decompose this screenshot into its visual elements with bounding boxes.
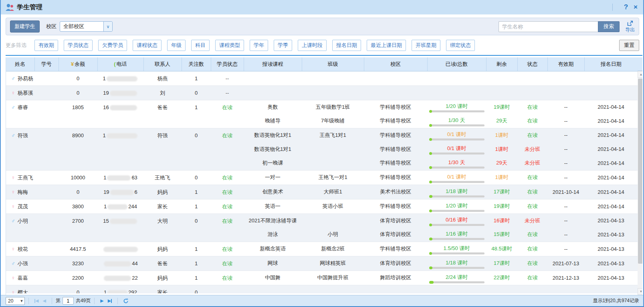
column-header-6[interactable]: 学员状态 bbox=[211, 57, 244, 71]
column-header-7[interactable]: 报读课程 bbox=[244, 57, 302, 71]
student-name-cell[interactable]: ♂小强 bbox=[6, 256, 34, 270]
export-button[interactable]: 导出 bbox=[625, 20, 635, 33]
remaining-cell: 17课时 bbox=[486, 256, 517, 270]
filter-button-6[interactable]: 课程类型 bbox=[215, 40, 244, 51]
refresh-icon[interactable] bbox=[123, 298, 129, 304]
filter-button-11[interactable]: 最近上课日期 bbox=[367, 40, 406, 51]
reset-button[interactable]: 重置 bbox=[619, 40, 639, 51]
filter-button-2[interactable]: 欠费学员 bbox=[98, 40, 127, 51]
class-cell: 王艳飞一对1 bbox=[302, 170, 364, 185]
search-button[interactable]: 搜索 bbox=[598, 21, 620, 32]
progress-cell: 0/16 课时 bbox=[427, 213, 486, 228]
phone-prefix: 16 bbox=[103, 104, 109, 110]
filter-button-4[interactable]: 年级 bbox=[167, 40, 186, 51]
filter-button-8[interactable]: 学季 bbox=[274, 40, 292, 51]
column-header-11[interactable]: 剩余 bbox=[486, 57, 517, 71]
vertical-scrollbar[interactable]: ▲ ▼ bbox=[638, 57, 642, 295]
campus-cell: 学科辅导校区 bbox=[364, 128, 427, 142]
table-row[interactable]: ♀校花4417.5妈妈1在读新概念英语新概念2班学科辅导校区1.5/50 课时4… bbox=[6, 242, 638, 256]
table-row[interactable]: ♀嘉嘉220022妈妈1在读中国舞中国舞提升班舞蹈培训校区2/24 课时22课时… bbox=[6, 270, 638, 285]
column-header-3[interactable]: (电话 bbox=[97, 57, 143, 71]
filter-button-12[interactable]: 开班星期 bbox=[412, 40, 440, 51]
reg-date-cell: 2021-04-13 bbox=[584, 256, 638, 270]
filter-button-0[interactable]: 有效期 bbox=[34, 40, 58, 51]
help-button[interactable]: ? bbox=[624, 3, 628, 11]
scroll-down-icon[interactable]: ▼ bbox=[638, 288, 642, 295]
student-name-cell[interactable]: ♀梅梅 bbox=[6, 185, 34, 199]
student-name-cell[interactable]: ♀校花 bbox=[6, 242, 34, 256]
student-name-cell[interactable]: ♂小明 bbox=[6, 213, 34, 242]
remaining-cell: 16课时 bbox=[486, 213, 517, 228]
new-student-button[interactable]: 新建学生 bbox=[10, 20, 40, 33]
scrollbar-track[interactable] bbox=[638, 78, 642, 288]
course-cell bbox=[244, 285, 302, 293]
scroll-up-icon[interactable]: ▲ bbox=[638, 71, 642, 78]
table-row[interactable]: ♂睿睿180516爸爸1在读奥数五年级数学1班学科辅导校区1/20 课时19课时… bbox=[6, 100, 638, 114]
column-header-4[interactable]: 联系人 bbox=[143, 57, 182, 71]
filter-button-7[interactable]: 学年 bbox=[250, 40, 268, 51]
table-row[interactable]: ♀王燕飞10000163王艳飞0在读一对一王艳飞一对1学科辅导校区0/1 课时1… bbox=[6, 170, 638, 185]
column-header-14[interactable]: 报名日期 bbox=[584, 57, 638, 71]
filter-button-5[interactable]: 科目 bbox=[191, 40, 210, 51]
table-row[interactable]: ♀杨慕溪019刘0-- bbox=[6, 85, 638, 100]
table-row[interactable]: ♂小强323044爸爸1在读网球网球精英班体育培训校区1/18 课时17课时在读… bbox=[6, 256, 638, 270]
follow-count-cell: 0 bbox=[182, 285, 211, 293]
filter-button-1[interactable]: 学员状态 bbox=[64, 40, 93, 51]
progress-text: 1/20 课时 bbox=[427, 103, 486, 110]
phone-blur bbox=[107, 290, 127, 293]
student-name-cell[interactable]: ♀茂茂 bbox=[6, 199, 34, 213]
close-button[interactable]: × bbox=[634, 3, 638, 11]
student-name: 符强 bbox=[18, 132, 28, 138]
table-row[interactable]: ♀梅梅0196妈妈1在读创意美术大师班1美术书法校区1/18 课时17课时在读2… bbox=[6, 185, 638, 199]
filter-button-3[interactable]: 课程状态 bbox=[133, 40, 162, 51]
first-page-button[interactable]: ◀ bbox=[34, 298, 38, 303]
class-cell: 中国舞提升班 bbox=[302, 270, 364, 285]
page-size-select[interactable]: 20 ▼ bbox=[6, 297, 25, 305]
student-name-cell[interactable]: ♀樱大 bbox=[6, 285, 34, 293]
progress-text: 1/30 天 bbox=[427, 159, 486, 166]
progress-text: 1/18 课时 bbox=[427, 259, 486, 266]
column-header-10[interactable]: 已读/总数 bbox=[427, 57, 486, 71]
class-cell: 小明 bbox=[302, 228, 364, 242]
next-page-button[interactable]: ▶ bbox=[100, 298, 103, 303]
table-row[interactable]: ♂孙易杨01杨燕1-- bbox=[6, 71, 638, 86]
course-state-cell: 在读 bbox=[517, 242, 547, 256]
class-cell: 大师班1 bbox=[302, 185, 364, 199]
column-header-8[interactable]: 班级 bbox=[302, 57, 364, 71]
column-header-13[interactable]: 有效期 bbox=[547, 57, 584, 71]
filter-button-9[interactable]: 上课时段 bbox=[298, 40, 327, 51]
student-name-cell[interactable]: ♂符强 bbox=[6, 128, 34, 170]
last-page-button[interactable]: ▶ bbox=[108, 298, 112, 303]
student-name-cell[interactable]: ♀嘉嘉 bbox=[6, 270, 34, 285]
male-icon: ♂ bbox=[11, 75, 15, 81]
remaining-cell bbox=[486, 71, 517, 86]
student-name-cell[interactable]: ♂孙易杨 bbox=[6, 71, 34, 86]
table-row[interactable]: ♀樱大01292家长0 bbox=[6, 285, 638, 293]
scrollbar-thumb[interactable] bbox=[638, 79, 642, 264]
column-header-0[interactable]: 姓名 bbox=[6, 57, 34, 71]
column-header-2[interactable]: ¥余额 bbox=[59, 57, 97, 71]
table-row[interactable]: ♂符强89001符强0在读数语英物化1对1王燕飞1对1学科辅导校区0/1 课时1… bbox=[6, 128, 638, 142]
column-header-12[interactable]: 状态 bbox=[517, 57, 547, 71]
validity-cell bbox=[547, 71, 584, 86]
validity-cell: 2021-07-13 bbox=[547, 256, 584, 270]
student-status-cell: 在读 bbox=[211, 213, 244, 242]
student-name-cell[interactable]: ♀王燕飞 bbox=[6, 170, 34, 185]
campus-select[interactable]: 全部校区 ∨ bbox=[60, 21, 113, 32]
column-header-5[interactable]: 关注数 bbox=[182, 57, 211, 71]
filter-button-13[interactable]: 绑定状态 bbox=[446, 40, 475, 51]
campus-cell: 舞蹈培训校区 bbox=[364, 270, 427, 285]
follow-count-cell: 0 bbox=[182, 170, 211, 185]
table-row[interactable]: ♀茂茂38001244家长1在读英语一英语小班学科辅导校区1/20 课时19课时… bbox=[6, 199, 638, 213]
column-header-9[interactable]: 校区 bbox=[364, 57, 427, 71]
filter-button-10[interactable]: 报名日期 bbox=[332, 40, 361, 51]
prev-page-button[interactable]: ◀ bbox=[42, 298, 46, 303]
table-row[interactable]: ♂小明270015大明0在读2021不限游泳辅导课体育培训校区0/16 课时16… bbox=[6, 213, 638, 228]
course-cell bbox=[244, 85, 302, 100]
student-name-cell[interactable]: ♂睿睿 bbox=[6, 100, 34, 128]
search-input[interactable] bbox=[499, 21, 598, 32]
course-cell: 英语一 bbox=[244, 199, 302, 213]
page-number-input[interactable] bbox=[63, 297, 74, 305]
student-name-cell[interactable]: ♀杨慕溪 bbox=[6, 85, 34, 100]
column-header-1[interactable]: 学号 bbox=[34, 57, 59, 71]
